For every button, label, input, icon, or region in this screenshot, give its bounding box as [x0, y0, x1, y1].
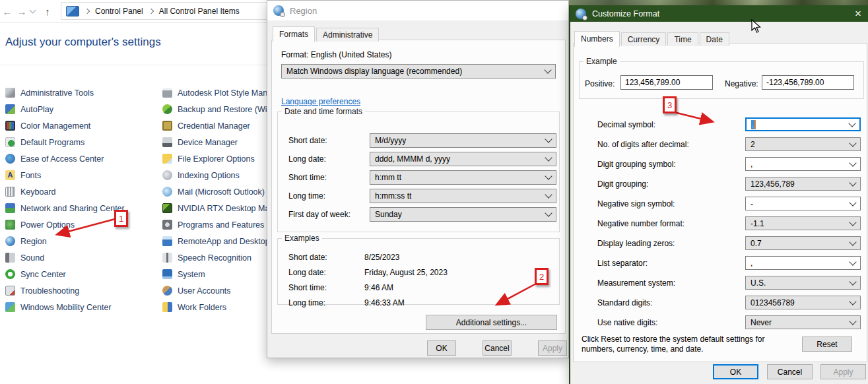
- chevron-down-icon: [545, 154, 552, 161]
- long-date-row: Long date: dddd, MMMM d, yyyy: [288, 152, 364, 166]
- digit-grouping-symbol-combo[interactable]: ,: [745, 157, 861, 171]
- history-chevron-icon[interactable]: [30, 7, 36, 14]
- device-manager-icon: [162, 137, 172, 147]
- cp-item-system[interactable]: System: [162, 266, 267, 282]
- measurement-system-row: Measurement system: U.S.: [597, 276, 864, 290]
- first-day-select[interactable]: Sunday: [370, 207, 556, 222]
- cp-item-default-programs[interactable]: Default Programs: [5, 134, 161, 150]
- tab-formats[interactable]: Formats: [273, 26, 315, 42]
- negative-sign-row: Negative sign symbol: -: [597, 197, 864, 210]
- cp-item-mail[interactable]: Mail (Microsoft Outlook): [162, 183, 267, 200]
- cp-item-device-manager[interactable]: Device Manager: [162, 134, 267, 150]
- step3-badge: 3: [663, 96, 677, 113]
- region-cancel-button[interactable]: Cancel: [483, 340, 512, 356]
- region-ok-button[interactable]: OK: [427, 340, 456, 356]
- file-explorer-options-icon: [162, 154, 172, 164]
- tab-numbers[interactable]: Numbers: [574, 31, 620, 47]
- breadcrumb-page[interactable]: All Control Panel Items: [159, 7, 240, 16]
- chevron-down-icon: [849, 139, 856, 146]
- chevron-down-icon: [849, 238, 856, 245]
- desktop: Control Panel All Control Panel Items Ad…: [0, 0, 868, 384]
- cp-item-indexing-options[interactable]: Indexing Options: [162, 167, 267, 183]
- breadcrumb-root[interactable]: Control Panel: [95, 7, 143, 16]
- chevron-down-icon: [849, 179, 856, 186]
- example-long-time: Long time: 9:46:33 AM: [288, 298, 405, 308]
- backup-restore-icon: [162, 104, 172, 114]
- cp-item-ease-of-access[interactable]: Ease of Access Center: [5, 150, 161, 167]
- cp-item-troubleshooting[interactable]: Troubleshooting: [5, 282, 161, 299]
- cp-item-programs-features[interactable]: Programs and Features: [162, 216, 267, 233]
- customize-ok-button[interactable]: OK: [713, 364, 758, 379]
- use-native-digits-row: Use native digits: Never: [597, 315, 864, 329]
- group-title: Examples: [282, 234, 322, 243]
- control-panel-items-column-1: Administrative Tools AutoPlay Color Mana…: [5, 84, 161, 315]
- credential-manager-icon: [162, 121, 172, 131]
- cp-item-backup-restore[interactable]: Backup and Restore (Windows 7): [162, 101, 267, 117]
- customize-apply-button: Apply: [820, 364, 866, 379]
- cp-item-fonts[interactable]: Fonts: [5, 167, 161, 183]
- cp-item-autoplay[interactable]: AutoPlay: [5, 101, 161, 117]
- user-accounts-icon: [162, 286, 172, 296]
- first-day-row: First day of week: Sunday: [288, 207, 364, 222]
- cp-item-user-accounts[interactable]: User Accounts: [162, 282, 267, 299]
- tab-date[interactable]: Date: [700, 32, 729, 46]
- example-long-date: Long date: Friday, August 25, 2023: [288, 267, 448, 278]
- decimal-symbol-combo[interactable]: .: [745, 117, 861, 131]
- cp-item-region[interactable]: Region: [5, 233, 161, 249]
- format-select[interactable]: Match Windows display language (recommen…: [281, 64, 556, 79]
- cp-item-sound[interactable]: Sound: [5, 249, 161, 266]
- chevron-down-icon: [849, 199, 856, 206]
- back-icon[interactable]: [0, 4, 15, 18]
- cp-item-sync-center[interactable]: Sync Center: [5, 266, 161, 282]
- tab-currency[interactable]: Currency: [621, 32, 667, 46]
- plot-style-manager-icon: [162, 88, 172, 98]
- cp-item-color-management[interactable]: Color Management: [5, 117, 161, 134]
- negative-number-format-combo[interactable]: -1.1: [745, 216, 861, 230]
- keyboard-icon: [5, 187, 15, 197]
- cp-item-work-folders[interactable]: Work Folders: [162, 299, 267, 315]
- nvidia-rtx-icon: [162, 203, 172, 213]
- group-title: Example: [584, 57, 620, 66]
- control-panel-items-column-2: Autodesk Plot Style Manager Backup and R…: [162, 84, 267, 315]
- cp-item-keyboard[interactable]: Keyboard: [5, 183, 161, 200]
- color-management-icon: [5, 121, 15, 131]
- cp-item-nvidia-rtx[interactable]: NVIDIA RTX Desktop Manager: [162, 200, 267, 216]
- mail-icon: [162, 187, 172, 197]
- cp-item-credential-manager[interactable]: Credential Manager: [162, 117, 267, 134]
- tab-time[interactable]: Time: [667, 32, 698, 46]
- reset-button[interactable]: Reset: [802, 336, 852, 352]
- list-separator-combo[interactable]: ,: [745, 256, 861, 270]
- customize-tabs: Numbers Currency Time Date: [574, 30, 731, 46]
- cp-item-file-explorer-options[interactable]: File Explorer Options: [162, 150, 267, 167]
- up-icon[interactable]: [40, 4, 55, 18]
- short-time-select[interactable]: h:mm tt: [370, 170, 556, 185]
- close-icon[interactable]: [855, 5, 861, 22]
- cp-item-power-options[interactable]: Power Options: [5, 216, 161, 233]
- cp-item-speech-recognition[interactable]: Speech Recognition: [162, 249, 267, 266]
- work-folders-icon: [162, 302, 172, 312]
- short-date-select[interactable]: M/d/yyyy: [370, 133, 556, 148]
- cp-item-remoteapp[interactable]: RemoteApp and Desktop Connections: [162, 233, 267, 249]
- customize-cancel-button[interactable]: Cancel: [767, 364, 813, 379]
- region-titlebar: Region: [267, 1, 568, 20]
- group-title: Date and time formats: [282, 107, 365, 116]
- long-time-select[interactable]: h:mm:ss tt: [370, 189, 556, 203]
- negative-sign-combo[interactable]: -: [745, 197, 861, 210]
- tab-administrative[interactable]: Administrative: [316, 28, 379, 42]
- long-date-select[interactable]: dddd, MMMM d, yyyy: [370, 152, 556, 166]
- cp-item-administrative-tools[interactable]: Administrative Tools: [5, 84, 161, 101]
- additional-settings-button[interactable]: Additional settings...: [426, 315, 557, 330]
- measurement-system-combo[interactable]: U.S.: [745, 276, 861, 290]
- forward-icon[interactable]: [15, 4, 29, 18]
- display-leading-zeros-combo[interactable]: 0.7: [745, 236, 861, 250]
- cp-item-network-sharing-center[interactable]: Network and Sharing Center: [5, 200, 161, 216]
- cp-item-windows-mobility-center[interactable]: Windows Mobility Center: [5, 299, 161, 315]
- standard-digits-combo[interactable]: 0123456789: [745, 296, 861, 309]
- digits-after-decimal-combo[interactable]: 2: [745, 137, 861, 151]
- ease-of-access-icon: [5, 154, 15, 164]
- use-native-digits-combo[interactable]: Never: [745, 315, 861, 329]
- cp-item-autodesk-plot-style[interactable]: Autodesk Plot Style Manager: [162, 84, 267, 101]
- language-preferences-link[interactable]: Language preferences: [281, 97, 360, 106]
- digit-grouping-combo[interactable]: 123,456,789: [745, 177, 861, 191]
- power-options-icon: [5, 220, 15, 230]
